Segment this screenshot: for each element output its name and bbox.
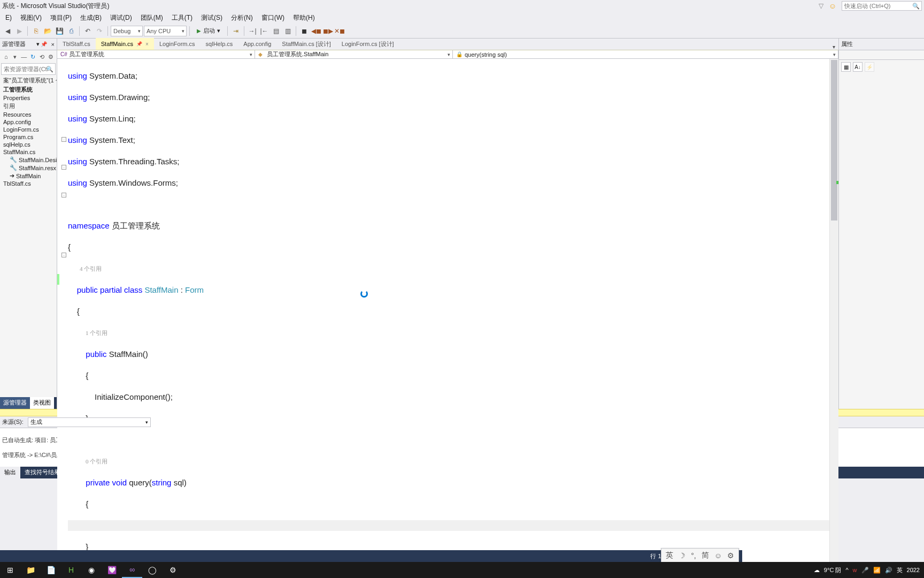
next-bookmark-icon[interactable]: ◼▶	[322, 26, 333, 36]
doc-tab[interactable]: LoginForm.cs [设计]	[336, 38, 399, 50]
ime-tray[interactable]: 英	[897, 566, 903, 574]
clear-bookmark-icon[interactable]: ✕◼	[334, 26, 345, 36]
moon-icon[interactable]: ☽	[679, 551, 686, 560]
menu-window[interactable]: 窗口(W)	[257, 12, 289, 24]
solution-node[interactable]: 案"员工管理系统"(1 个	[0, 76, 57, 85]
menu-test[interactable]: 测试(S)	[197, 12, 227, 24]
tree-item[interactable]: TblStaff.cs	[0, 180, 57, 187]
start-button[interactable]: ▶启动 ▾	[192, 26, 225, 36]
chrome-icon[interactable]: ◉	[81, 562, 102, 578]
tree-item[interactable]: 🔧 StaffMain.Designe	[0, 156, 57, 164]
pin-icon[interactable]: 📌	[136, 41, 142, 47]
config-combo[interactable]: Debug	[111, 26, 143, 36]
tree-item[interactable]: Program.cs	[0, 133, 57, 141]
fold-icon[interactable]: -	[61, 253, 66, 257]
collapse-icon[interactable]: ▾	[11, 52, 19, 61]
menu-file[interactable]: E)	[1, 13, 16, 22]
gear-icon[interactable]: ⚙	[727, 551, 734, 560]
tray-w-icon[interactable]: w	[853, 567, 857, 573]
redo-icon[interactable]: ↷	[94, 26, 105, 36]
tab-classview[interactable]: 类视图	[30, 397, 54, 409]
tab-output[interactable]: 输出	[0, 467, 20, 478]
wifi-icon[interactable]: 📶	[873, 567, 881, 574]
notification-icon[interactable]: ▽	[819, 2, 823, 10]
heart-app-icon[interactable]: 💟	[102, 562, 122, 578]
fold-icon[interactable]: -	[61, 137, 66, 142]
outdent-icon[interactable]: |←	[259, 26, 270, 36]
tree-item[interactable]: 引用	[0, 102, 57, 111]
tree-item[interactable]: LoginForm.cs	[0, 126, 57, 133]
close-icon[interactable]: ×	[51, 41, 55, 48]
save-all-icon[interactable]: ⎙	[66, 26, 76, 36]
ime-punct-icon[interactable]: °,	[691, 551, 696, 560]
menu-analyze[interactable]: 分析(N)	[227, 12, 257, 24]
project-node[interactable]: 工管理系统	[0, 85, 57, 94]
quick-launch-input[interactable]: 快速启动 (Ctrl+Q) 🔍	[842, 1, 922, 11]
weather-icon[interactable]: ☁	[814, 567, 820, 574]
doc-tab[interactable]: TblStaff.cs	[57, 38, 96, 50]
code-content[interactable]: using System.Data; using System.Drawing;…	[68, 59, 829, 578]
tree-item[interactable]: ➔ StaffMain	[0, 172, 57, 180]
ime-bar[interactable]: 英 ☽ °, 简 ☺ ⚙	[661, 548, 739, 563]
dash-icon[interactable]: —	[20, 52, 28, 61]
tab-overflow-icon[interactable]: ▾	[829, 44, 838, 50]
visualstudio-icon[interactable]: ∞	[122, 562, 142, 578]
comment-icon[interactable]: ▤	[271, 26, 281, 36]
mic-icon[interactable]: 🎤	[861, 567, 869, 574]
tree-item[interactable]: StaffMain.cs	[0, 148, 57, 156]
menu-build[interactable]: 生成(B)	[76, 12, 106, 24]
platform-combo[interactable]: Any CPU	[144, 26, 187, 36]
app-h-icon[interactable]: H	[61, 562, 81, 578]
method-combo[interactable]: 🔒query(string sql)	[453, 50, 838, 58]
undo-icon[interactable]: ↶	[82, 26, 93, 36]
doc-tab[interactable]: sqlHelp.cs	[201, 38, 238, 50]
close-icon[interactable]: ×	[145, 41, 149, 47]
chevron-up-icon[interactable]: ^	[845, 567, 848, 573]
menu-help[interactable]: 帮助(H)	[289, 12, 319, 24]
sort-icon[interactable]: A↓	[853, 62, 863, 72]
prev-bookmark-icon[interactable]: ◀◼	[311, 26, 321, 36]
bookmark-icon[interactable]: ◼	[299, 26, 310, 36]
menu-debug[interactable]: 调试(D)	[106, 12, 136, 24]
clock-year[interactable]: 2022	[907, 567, 920, 573]
indent-icon[interactable]: →|	[247, 26, 258, 36]
tree-item[interactable]: Properties	[0, 94, 57, 102]
fold-icon[interactable]: -	[61, 193, 66, 197]
feedback-icon[interactable]: ☺	[829, 2, 836, 10]
dropdown-icon[interactable]: ▾	[36, 41, 40, 48]
tree-item[interactable]: sqlHelp.cs	[0, 141, 57, 148]
menu-team[interactable]: 团队(M)	[136, 12, 167, 24]
tree-item[interactable]: App.config	[0, 118, 57, 126]
props-icon[interactable]: ⚙	[47, 52, 55, 61]
class-combo[interactable]: ◆员工管理系统.StaffMain	[255, 50, 453, 58]
explorer-icon[interactable]: 📁	[20, 562, 41, 578]
doc-tab-active[interactable]: StaffMain.cs📌×	[96, 38, 154, 50]
menu-view[interactable]: 视图(V)	[16, 12, 46, 24]
new-project-icon[interactable]: ⎘	[30, 26, 41, 36]
output-src-combo[interactable]: 生成	[28, 417, 151, 427]
menu-tools[interactable]: 工具(T)	[167, 12, 197, 24]
namespace-combo[interactable]: C#员工管理系统	[57, 50, 255, 58]
pin-icon[interactable]: 📌	[41, 41, 47, 47]
emoji-icon[interactable]: ☺	[714, 551, 722, 560]
vertical-scrollbar[interactable]	[829, 59, 838, 578]
save-icon[interactable]: 💾	[54, 26, 65, 36]
ime-lang[interactable]: 英	[666, 551, 673, 560]
explorer-search[interactable]: 索资源管理器(Ctr 🔍	[1, 63, 56, 75]
home-icon[interactable]: ⌂	[2, 52, 10, 61]
categorize-icon[interactable]: ▦	[841, 62, 851, 72]
events-icon[interactable]: ⚡	[865, 62, 874, 72]
open-icon[interactable]: 📂	[42, 26, 53, 36]
weather-text[interactable]: 9°C 阴	[824, 566, 842, 574]
doc-tab[interactable]: LoginForm.cs	[154, 38, 201, 50]
nav-fwd-icon[interactable]: ▶	[14, 26, 25, 36]
step-icon[interactable]: ⇥	[230, 26, 241, 36]
tab-explorer[interactable]: 源管理器	[0, 397, 30, 409]
ime-simp[interactable]: 简	[702, 551, 709, 560]
doc-tab[interactable]: StaffMain.cs [设计]	[276, 38, 336, 50]
uncomment-icon[interactable]: ▥	[282, 26, 293, 36]
start-icon[interactable]: ⊞	[0, 562, 20, 578]
code-editor[interactable]: - - - - using System.Data; using System.…	[57, 59, 838, 578]
volume-icon[interactable]: 🔊	[885, 567, 892, 574]
nav-back-icon[interactable]: ◀	[2, 26, 13, 36]
